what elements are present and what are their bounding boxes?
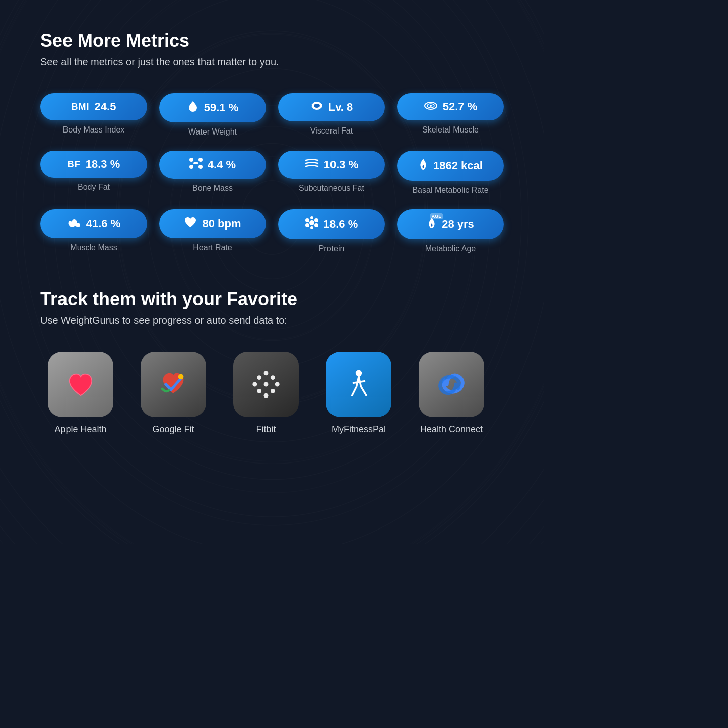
metric-item-heart: 80 bpm Heart Rate bbox=[159, 209, 266, 253]
track-section: Track them with your Favorite Use Weight… bbox=[40, 289, 504, 435]
svg-point-26 bbox=[275, 382, 280, 387]
bone-icon bbox=[189, 158, 203, 172]
metric-badge-heart[interactable]: 80 bpm bbox=[159, 209, 266, 238]
svg-rect-9 bbox=[193, 162, 198, 164]
metric-badge-bone[interactable]: 4.4 % bbox=[159, 151, 266, 179]
google-fit-label: Google Fit bbox=[152, 424, 194, 435]
metric-item-bmi: BMI 24.5 Body Mass Index bbox=[40, 93, 147, 137]
svg-point-10 bbox=[309, 220, 314, 225]
skeletal-value: 52.7 % bbox=[443, 100, 478, 113]
bf-icon: BF bbox=[68, 159, 81, 170]
muscle-icon bbox=[67, 216, 81, 231]
metrics-grid: BMI 24.5 Body Mass Index 59.1 % Water bbox=[40, 93, 504, 253]
health-connect-svg bbox=[431, 364, 472, 405]
visceral-value: Lv. 8 bbox=[328, 101, 353, 114]
svg-point-13 bbox=[305, 223, 309, 227]
bodyfat-label: Body Fat bbox=[78, 183, 110, 192]
track-title: Track them with your Favorite bbox=[40, 289, 504, 310]
myfitnesspal-svg bbox=[339, 364, 379, 405]
app-item-myfitnesspal: MyFitnessPal bbox=[318, 352, 399, 435]
svg-point-14 bbox=[314, 223, 318, 227]
protein-icon bbox=[305, 216, 318, 232]
health-connect-icon[interactable] bbox=[419, 352, 484, 417]
metric-badge-skeletal[interactable]: 52.7 % bbox=[397, 93, 504, 120]
metric-item-protein: 18.6 % Protein bbox=[278, 209, 385, 253]
metric-badge-visceral[interactable]: Lv. 8 bbox=[278, 93, 385, 121]
health-connect-label: Health Connect bbox=[420, 424, 483, 435]
water-value: 59.1 % bbox=[204, 101, 239, 114]
metage-label: Metabolic Age bbox=[425, 244, 476, 253]
myfitnesspal-icon[interactable] bbox=[326, 352, 391, 417]
metric-item-water: 59.1 % Water Weight bbox=[159, 93, 266, 137]
apple-health-svg bbox=[60, 364, 101, 405]
fitbit-label: Fitbit bbox=[256, 424, 276, 435]
app-item-apple-health: Apple Health bbox=[40, 352, 121, 435]
svg-rect-32 bbox=[431, 364, 472, 405]
bmr-label: Basal Metabolic Rate bbox=[412, 186, 488, 195]
metric-badge-water[interactable]: 59.1 % bbox=[159, 93, 266, 122]
metric-badge-bmi[interactable]: BMI 24.5 bbox=[40, 93, 147, 120]
bmi-label: Body Mass Index bbox=[63, 125, 125, 135]
bmr-icon bbox=[418, 158, 428, 174]
heart-icon bbox=[184, 216, 197, 231]
muscle-value: 41.6 % bbox=[86, 217, 121, 230]
myfitnesspal-label: MyFitnessPal bbox=[332, 424, 386, 435]
subcut-label: Subcutaneous Fat bbox=[299, 184, 364, 193]
metric-badge-bmr[interactable]: 1862 kcal bbox=[397, 151, 504, 181]
svg-point-5 bbox=[189, 158, 193, 162]
svg-point-19 bbox=[178, 374, 184, 380]
water-icon bbox=[187, 100, 199, 115]
visceral-icon bbox=[310, 100, 323, 114]
svg-point-6 bbox=[198, 158, 203, 162]
svg-point-15 bbox=[310, 216, 313, 219]
bmr-value: 1862 kcal bbox=[433, 159, 483, 172]
metric-badge-muscle[interactable]: 41.6 % bbox=[40, 209, 147, 238]
metric-badge-metage[interactable]: AGE 28 yrs bbox=[397, 209, 504, 239]
apple-health-label: Apple Health bbox=[54, 424, 106, 435]
metric-item-skeletal: 52.7 % Skeletal Muscle bbox=[397, 93, 504, 137]
fitbit-svg bbox=[246, 364, 286, 405]
metage-value: 28 yrs bbox=[442, 218, 474, 231]
metrics-subtitle: See all the metrics or just the ones tha… bbox=[40, 56, 504, 68]
apps-grid: Apple Health bbox=[40, 352, 504, 435]
subcut-icon bbox=[305, 158, 319, 172]
bodyfat-value: 18.3 % bbox=[86, 158, 120, 171]
metric-badge-bodyfat[interactable]: BF 18.3 % bbox=[40, 151, 147, 178]
main-container: See More Metrics See all the metrics or … bbox=[0, 0, 544, 465]
metrics-title: See More Metrics bbox=[40, 30, 504, 51]
skeletal-label: Skeletal Muscle bbox=[422, 125, 479, 135]
svg-point-31 bbox=[356, 370, 362, 376]
svg-point-25 bbox=[264, 382, 269, 387]
svg-point-23 bbox=[271, 375, 275, 380]
metric-item-bmr: 1862 kcal Basal Metabolic Rate bbox=[397, 151, 504, 195]
svg-point-1 bbox=[314, 104, 320, 108]
protein-label: Protein bbox=[319, 244, 345, 253]
apple-health-icon[interactable] bbox=[48, 352, 113, 417]
svg-point-8 bbox=[198, 165, 203, 169]
svg-point-7 bbox=[189, 165, 193, 169]
heart-value: 80 bpm bbox=[202, 217, 241, 230]
bone-value: 4.4 % bbox=[208, 158, 236, 171]
bmi-value: 24.5 bbox=[95, 100, 116, 113]
svg-point-11 bbox=[305, 218, 309, 222]
water-label: Water Weight bbox=[188, 127, 237, 137]
metric-item-metage: AGE 28 yrs Metabolic Age bbox=[397, 209, 504, 253]
bmi-icon: BMI bbox=[72, 102, 90, 112]
visceral-label: Visceral Fat bbox=[310, 126, 353, 136]
metric-item-muscle: 41.6 % Muscle Mass bbox=[40, 209, 147, 253]
svg-point-16 bbox=[310, 226, 313, 229]
metric-badge-protein[interactable]: 18.6 % bbox=[278, 209, 385, 239]
google-fit-svg bbox=[153, 364, 193, 405]
metric-item-bodyfat: BF 18.3 % Body Fat bbox=[40, 151, 147, 195]
fitbit-icon[interactable] bbox=[233, 352, 299, 417]
metric-badge-subcut[interactable]: 10.3 % bbox=[278, 151, 385, 179]
app-item-fitbit: Fitbit bbox=[226, 352, 306, 435]
app-item-health-connect: Health Connect bbox=[411, 352, 492, 435]
svg-point-24 bbox=[252, 382, 257, 387]
svg-point-21 bbox=[264, 371, 269, 375]
google-fit-icon[interactable] bbox=[141, 352, 206, 417]
metric-item-bone: 4.4 % Bone Mass bbox=[159, 151, 266, 195]
svg-point-12 bbox=[314, 218, 318, 222]
bone-label: Bone Mass bbox=[192, 184, 233, 193]
skeletal-icon bbox=[424, 100, 438, 113]
